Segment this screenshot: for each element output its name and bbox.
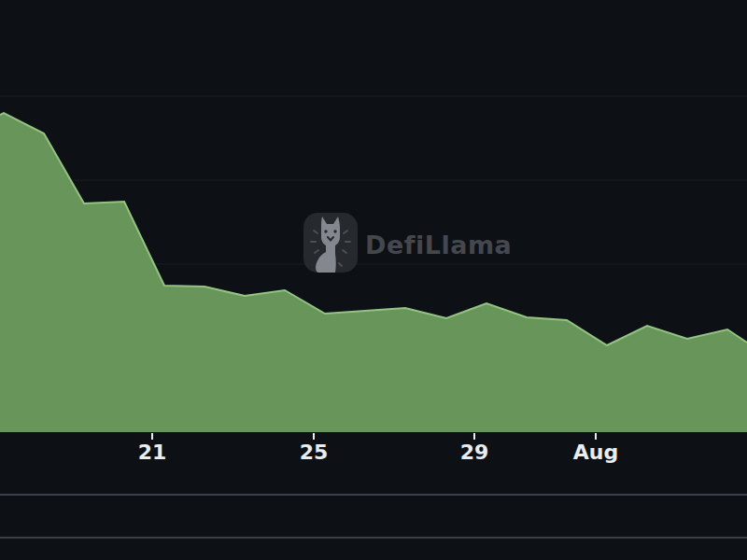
x-axis-tick <box>151 433 153 440</box>
x-axis-label-21: 21 <box>138 441 167 464</box>
chart-panel: DefiLlama 212529Aug <box>0 0 747 560</box>
x-axis: 212529Aug <box>0 0 747 560</box>
x-axis-label-29: 29 <box>460 441 489 464</box>
x-axis-label-aug: Aug <box>573 441 618 464</box>
x-axis-label-25: 25 <box>300 441 329 464</box>
x-axis-tick <box>473 433 475 440</box>
divider-line-bottom <box>0 537 747 539</box>
divider-line-top <box>0 494 747 496</box>
x-axis-tick <box>595 433 597 440</box>
x-axis-tick <box>313 433 315 440</box>
